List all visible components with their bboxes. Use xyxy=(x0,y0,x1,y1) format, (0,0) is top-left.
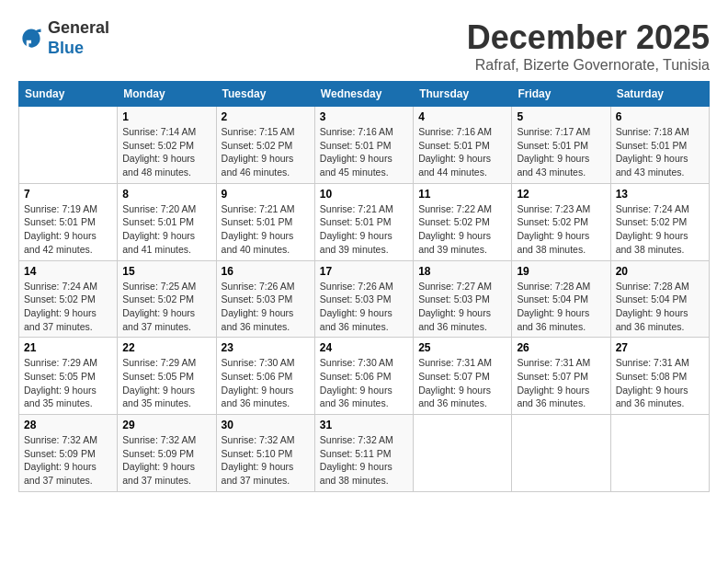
day-info: Sunrise: 7:19 AMSunset: 5:01 PMDaylight:… xyxy=(24,202,112,257)
logo-text: General Blue xyxy=(48,18,109,58)
calendar-cell: 29Sunrise: 7:32 AMSunset: 5:09 PMDayligh… xyxy=(118,415,216,492)
day-number: 20 xyxy=(616,265,704,278)
day-number: 1 xyxy=(122,110,210,123)
day-number: 28 xyxy=(24,419,112,431)
day-number: 10 xyxy=(320,188,408,201)
header-day-saturday: Saturday xyxy=(610,82,709,107)
calendar-cell: 25Sunrise: 7:31 AMSunset: 5:07 PMDayligh… xyxy=(414,338,512,415)
day-info: Sunrise: 7:30 AMSunset: 5:06 PMDaylight:… xyxy=(320,356,408,410)
day-info: Sunrise: 7:29 AMSunset: 5:05 PMDaylight:… xyxy=(122,356,210,410)
calendar-cell: 31Sunrise: 7:32 AMSunset: 5:11 PMDayligh… xyxy=(314,415,413,492)
calendar-header-row: SundayMondayTuesdayWednesdayThursdayFrid… xyxy=(19,82,710,107)
day-info: Sunrise: 7:20 AMSunset: 5:01 PMDaylight:… xyxy=(122,202,210,257)
header-day-tuesday: Tuesday xyxy=(216,82,314,107)
day-number: 8 xyxy=(122,188,210,201)
day-info: Sunrise: 7:29 AMSunset: 5:05 PMDaylight:… xyxy=(24,356,112,410)
day-number: 19 xyxy=(517,265,605,278)
calendar-cell: 5Sunrise: 7:17 AMSunset: 5:01 PMDaylight… xyxy=(512,107,610,184)
calendar-cell: 10Sunrise: 7:21 AMSunset: 5:01 PMDayligh… xyxy=(314,183,413,260)
day-info: Sunrise: 7:32 AMSunset: 5:09 PMDaylight:… xyxy=(24,433,112,488)
day-info: Sunrise: 7:14 AMSunset: 5:02 PMDaylight:… xyxy=(122,125,210,179)
day-number: 9 xyxy=(222,188,310,201)
calendar-cell: 7Sunrise: 7:19 AMSunset: 5:01 PMDaylight… xyxy=(19,183,118,260)
logo-icon xyxy=(18,26,44,52)
calendar-cell: 21Sunrise: 7:29 AMSunset: 5:05 PMDayligh… xyxy=(19,338,118,415)
day-number: 23 xyxy=(222,341,310,354)
day-info: Sunrise: 7:23 AMSunset: 5:02 PMDaylight:… xyxy=(517,202,605,257)
calendar-cell: 20Sunrise: 7:28 AMSunset: 5:04 PMDayligh… xyxy=(610,260,709,338)
day-info: Sunrise: 7:18 AMSunset: 5:01 PMDaylight:… xyxy=(616,125,704,179)
calendar-week-row: 14Sunrise: 7:24 AMSunset: 5:02 PMDayligh… xyxy=(19,260,710,338)
calendar-cell: 8Sunrise: 7:20 AMSunset: 5:01 PMDaylight… xyxy=(118,183,216,260)
calendar-table: SundayMondayTuesdayWednesdayThursdayFrid… xyxy=(18,81,710,492)
calendar-cell: 19Sunrise: 7:28 AMSunset: 5:04 PMDayligh… xyxy=(512,260,610,338)
calendar-cell: 28Sunrise: 7:32 AMSunset: 5:09 PMDayligh… xyxy=(19,415,118,492)
header-day-sunday: Sunday xyxy=(19,82,118,107)
calendar-cell: 27Sunrise: 7:31 AMSunset: 5:08 PMDayligh… xyxy=(610,338,709,415)
day-info: Sunrise: 7:25 AMSunset: 5:02 PMDaylight:… xyxy=(122,280,210,334)
day-info: Sunrise: 7:28 AMSunset: 5:04 PMDaylight:… xyxy=(616,280,704,334)
day-info: Sunrise: 7:28 AMSunset: 5:04 PMDaylight:… xyxy=(517,280,605,334)
day-number: 14 xyxy=(24,265,112,278)
day-info: Sunrise: 7:22 AMSunset: 5:02 PMDaylight:… xyxy=(418,202,506,257)
calendar-cell: 1Sunrise: 7:14 AMSunset: 5:02 PMDaylight… xyxy=(118,107,216,184)
day-info: Sunrise: 7:16 AMSunset: 5:01 PMDaylight:… xyxy=(418,125,506,179)
month-year: December 2025 xyxy=(467,18,710,57)
calendar-cell: 3Sunrise: 7:16 AMSunset: 5:01 PMDaylight… xyxy=(314,107,413,184)
logo: General Blue xyxy=(18,18,109,58)
day-info: Sunrise: 7:24 AMSunset: 5:02 PMDaylight:… xyxy=(616,202,704,257)
day-info: Sunrise: 7:15 AMSunset: 5:02 PMDaylight:… xyxy=(222,125,310,179)
day-number: 24 xyxy=(320,341,408,354)
day-number: 12 xyxy=(517,188,605,201)
day-number: 30 xyxy=(222,419,310,431)
calendar-week-row: 7Sunrise: 7:19 AMSunset: 5:01 PMDaylight… xyxy=(19,183,710,260)
calendar-cell: 15Sunrise: 7:25 AMSunset: 5:02 PMDayligh… xyxy=(118,260,216,338)
day-number: 2 xyxy=(222,110,310,123)
day-info: Sunrise: 7:17 AMSunset: 5:01 PMDaylight:… xyxy=(517,125,605,179)
day-info: Sunrise: 7:26 AMSunset: 5:03 PMDaylight:… xyxy=(222,280,310,334)
calendar-cell: 23Sunrise: 7:30 AMSunset: 5:06 PMDayligh… xyxy=(216,338,314,415)
calendar-cell: 14Sunrise: 7:24 AMSunset: 5:02 PMDayligh… xyxy=(19,260,118,338)
day-info: Sunrise: 7:26 AMSunset: 5:03 PMDaylight:… xyxy=(320,280,408,334)
calendar-week-row: 21Sunrise: 7:29 AMSunset: 5:05 PMDayligh… xyxy=(19,338,710,415)
day-info: Sunrise: 7:32 AMSunset: 5:11 PMDaylight:… xyxy=(320,433,408,488)
day-number: 15 xyxy=(122,265,210,278)
day-number: 4 xyxy=(418,110,506,123)
day-info: Sunrise: 7:16 AMSunset: 5:01 PMDaylight:… xyxy=(320,125,408,179)
day-info: Sunrise: 7:30 AMSunset: 5:06 PMDaylight:… xyxy=(222,356,310,410)
calendar-cell: 6Sunrise: 7:18 AMSunset: 5:01 PMDaylight… xyxy=(610,107,709,184)
day-number: 11 xyxy=(418,188,506,201)
calendar-cell: 17Sunrise: 7:26 AMSunset: 5:03 PMDayligh… xyxy=(314,260,413,338)
title-block: December 2025 Rafraf, Bizerte Governorat… xyxy=(467,18,710,74)
calendar-cell: 26Sunrise: 7:31 AMSunset: 5:07 PMDayligh… xyxy=(512,338,610,415)
day-info: Sunrise: 7:32 AMSunset: 5:09 PMDaylight:… xyxy=(122,433,210,488)
calendar-cell: 2Sunrise: 7:15 AMSunset: 5:02 PMDaylight… xyxy=(216,107,314,184)
day-number: 25 xyxy=(418,341,506,354)
calendar-cell xyxy=(610,415,709,492)
header-day-thursday: Thursday xyxy=(414,82,512,107)
calendar-cell: 22Sunrise: 7:29 AMSunset: 5:05 PMDayligh… xyxy=(118,338,216,415)
calendar-cell xyxy=(19,107,118,184)
day-info: Sunrise: 7:21 AMSunset: 5:01 PMDaylight:… xyxy=(222,202,310,257)
day-info: Sunrise: 7:21 AMSunset: 5:01 PMDaylight:… xyxy=(320,202,408,257)
day-info: Sunrise: 7:24 AMSunset: 5:02 PMDaylight:… xyxy=(24,280,112,334)
day-number: 26 xyxy=(517,341,605,354)
calendar-week-row: 1Sunrise: 7:14 AMSunset: 5:02 PMDaylight… xyxy=(19,107,710,184)
location: Rafraf, Bizerte Governorate, Tunisia xyxy=(467,57,710,74)
calendar-cell: 9Sunrise: 7:21 AMSunset: 5:01 PMDaylight… xyxy=(216,183,314,260)
day-info: Sunrise: 7:31 AMSunset: 5:07 PMDaylight:… xyxy=(418,356,506,410)
day-info: Sunrise: 7:27 AMSunset: 5:03 PMDaylight:… xyxy=(418,280,506,334)
day-number: 13 xyxy=(616,188,704,201)
header-day-wednesday: Wednesday xyxy=(314,82,413,107)
calendar-cell: 4Sunrise: 7:16 AMSunset: 5:01 PMDaylight… xyxy=(414,107,512,184)
calendar-cell: 24Sunrise: 7:30 AMSunset: 5:06 PMDayligh… xyxy=(314,338,413,415)
day-number: 29 xyxy=(122,419,210,431)
day-number: 6 xyxy=(616,110,704,123)
day-number: 27 xyxy=(616,341,704,354)
calendar-cell xyxy=(414,415,512,492)
calendar-cell xyxy=(512,415,610,492)
header-day-monday: Monday xyxy=(118,82,216,107)
calendar-cell: 18Sunrise: 7:27 AMSunset: 5:03 PMDayligh… xyxy=(414,260,512,338)
day-number: 16 xyxy=(222,265,310,278)
day-number: 18 xyxy=(418,265,506,278)
